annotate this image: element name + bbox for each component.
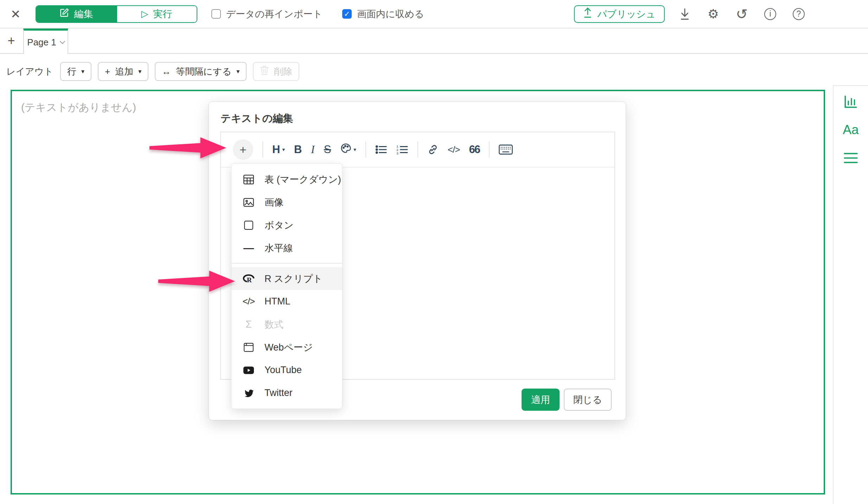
mode-switch: 編集 ▷ 実行 (36, 5, 197, 23)
toolbar-divider (417, 141, 418, 158)
menu-item-html[interactable]: </> HTML (231, 290, 342, 313)
menu-item-label: 表 (マークダウン) (264, 173, 341, 186)
caret-down-icon: ▾ (138, 68, 141, 75)
chart-tool-icon[interactable] (841, 93, 861, 111)
pencil-icon (59, 8, 69, 20)
arrows-horizontal-icon: ↔ (162, 66, 171, 77)
menu-item-button[interactable]: ボタン (231, 214, 342, 237)
add-button-label: 追加 (115, 65, 133, 78)
image-icon (242, 198, 255, 207)
app-window: ✕ 編集 ▷ 実行 データの再インポート ✓ 画面内に収める (0, 0, 868, 504)
youtube-icon (242, 366, 255, 374)
caret-down-icon: ▾ (236, 68, 240, 75)
delete-button-label: 削除 (274, 65, 292, 78)
tab-page-1[interactable]: Page 1 (23, 29, 68, 54)
menu-item-label: R スクリプト (264, 272, 323, 285)
bold-button[interactable]: B (294, 143, 302, 156)
browser-window-icon (242, 343, 255, 352)
palette-icon (340, 143, 351, 157)
twitter-icon (242, 389, 255, 397)
menu-item-label: Webページ (264, 341, 313, 354)
tab-page-1-label: Page 1 (27, 37, 56, 48)
text-tool-icon[interactable]: Aa (841, 121, 861, 139)
fit-checkbox-group: ✓ 画面内に収める (342, 8, 424, 20)
heading-button[interactable]: H ▾ (272, 143, 285, 156)
menu-item-r-script[interactable]: R R スクリプト (231, 267, 342, 290)
edit-mode-button[interactable]: 編集 (36, 6, 116, 22)
table-icon (242, 175, 255, 184)
menu-item-label: ボタン (264, 219, 294, 232)
edit-mode-label: 編集 (74, 8, 93, 20)
numbered-list-button[interactable]: 123 (396, 144, 408, 155)
r-logo-icon: R (242, 274, 255, 284)
close-modal-button[interactable]: 閉じる (564, 389, 612, 411)
menu-item-label: 数式 (264, 318, 283, 331)
bullet-list-button[interactable] (375, 144, 387, 155)
add-button[interactable]: + 追加 ▾ (98, 62, 148, 81)
fit-label: 画面内に収める (357, 8, 424, 20)
page-tab-bar: + Page 1 (0, 29, 868, 54)
link-button[interactable] (427, 144, 439, 155)
help-icon[interactable]: ? (789, 6, 808, 22)
empty-text-placeholder: (テキストがありません) (21, 100, 136, 115)
download-icon[interactable] (675, 6, 694, 22)
layout-label: レイアウト (6, 65, 53, 78)
menu-item-formula[interactable]: Σ 数式 (231, 313, 342, 336)
insert-tool-rail: Aa (833, 85, 868, 504)
modal-title: テキストの編集 (221, 112, 293, 126)
italic-button[interactable]: I (311, 143, 314, 156)
insert-element-menu: 表 (マークダウン) 画像 ボタン — 水平線 R R スクリプト </> (231, 163, 343, 409)
info-icon[interactable]: i (761, 6, 780, 22)
menu-item-label: YouTube (264, 365, 302, 376)
strikethrough-button[interactable]: S (324, 143, 331, 156)
horizontal-line-icon: — (242, 242, 255, 254)
caret-down-icon: ▾ (353, 146, 356, 153)
reimport-checkbox-group: データの再インポート (211, 8, 323, 20)
add-page-button[interactable]: + (0, 29, 23, 53)
text-color-button[interactable]: ▾ (340, 143, 356, 157)
publish-label: パブリッシュ (597, 8, 656, 20)
delete-button[interactable]: 削除 (253, 62, 299, 81)
menu-item-image[interactable]: 画像 (231, 191, 342, 214)
menu-item-table-markdown[interactable]: 表 (マークダウン) (231, 168, 342, 191)
blockquote-button[interactable]: 66 (469, 143, 479, 156)
menu-item-label: Twitter (264, 388, 293, 398)
run-mode-button[interactable]: ▷ 実行 (116, 6, 197, 22)
layout-toolbar: レイアウト 行 ▾ + 追加 ▾ ↔ 等間隔にする ▾ 削除 (0, 54, 868, 89)
menu-divider (231, 263, 342, 264)
menu-item-webpage[interactable]: Webページ (231, 336, 342, 359)
toolbar-divider (489, 141, 490, 158)
menu-item-label: 画像 (264, 196, 283, 209)
code-button[interactable]: </> (448, 144, 460, 155)
list-tool-icon[interactable] (841, 149, 861, 167)
menu-item-twitter[interactable]: Twitter (231, 382, 342, 404)
history-icon[interactable]: ↺ (732, 6, 751, 22)
keyboard-shortcuts-button[interactable] (499, 144, 513, 155)
fit-checkbox[interactable]: ✓ (342, 9, 352, 19)
annotation-arrow-r-script (158, 269, 236, 293)
button-icon (242, 221, 255, 230)
caret-down-icon: ▾ (81, 68, 84, 75)
menu-item-youtube[interactable]: YouTube (231, 359, 342, 382)
upload-icon (583, 7, 592, 20)
chevron-down-icon (59, 38, 65, 44)
topbar-icon-group: ⚙ ↺ i ? (675, 6, 808, 22)
publish-button[interactable]: パブリッシュ (574, 5, 665, 23)
close-icon[interactable]: ✕ (11, 8, 21, 20)
gear-icon[interactable]: ⚙ (704, 6, 723, 22)
play-icon: ▷ (141, 8, 148, 19)
row-select[interactable]: 行 ▾ (60, 62, 91, 81)
check-icon: ✓ (344, 10, 350, 18)
code-icon: </> (242, 296, 255, 307)
menu-item-label: HTML (264, 296, 291, 307)
equalize-button-label: 等間隔にする (176, 65, 231, 78)
equalize-button[interactable]: ↔ 等間隔にする ▾ (155, 62, 247, 81)
modal-footer: 適用 閉じる (522, 389, 612, 411)
apply-button[interactable]: 適用 (522, 389, 560, 411)
insert-element-button[interactable]: + (233, 139, 253, 160)
menu-item-horizontal-line[interactable]: — 水平線 (231, 237, 342, 259)
caret-down-icon: ▾ (282, 146, 285, 153)
svg-text:R: R (247, 276, 252, 284)
svg-text:3: 3 (396, 151, 398, 155)
reimport-checkbox[interactable] (211, 9, 221, 19)
